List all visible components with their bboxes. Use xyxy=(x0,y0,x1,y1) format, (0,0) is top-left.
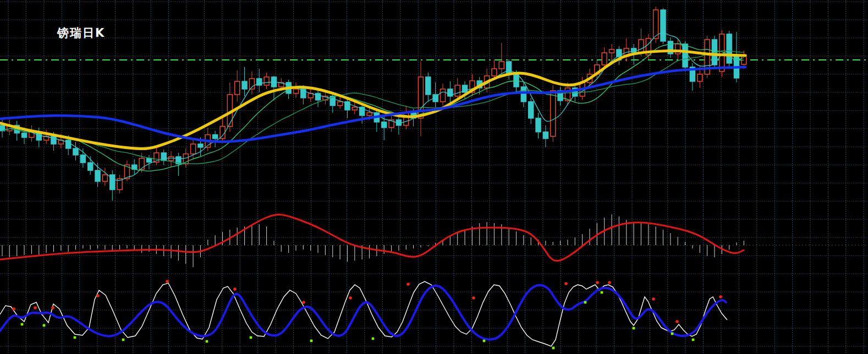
candle-up xyxy=(102,175,107,181)
buy-signal-dot xyxy=(483,340,486,342)
oscillator-indicator-layer xyxy=(0,280,727,349)
sell-signal-dot xyxy=(166,280,169,283)
candle-up xyxy=(338,102,343,106)
thick-blue-ma-line xyxy=(0,67,745,142)
sell-signal-dot xyxy=(608,281,611,284)
sell-signal-dot xyxy=(472,296,475,300)
sell-signal-dot xyxy=(34,306,37,309)
candle-up xyxy=(602,53,607,65)
buy-signal-dot xyxy=(584,301,587,304)
moving-average-layer xyxy=(0,33,745,180)
buy-signal-dot xyxy=(671,333,674,335)
sell-signal-dot xyxy=(349,296,352,300)
oscillator-slow-line xyxy=(0,285,726,340)
candle-up xyxy=(191,144,196,154)
candle-up xyxy=(609,49,614,53)
candle-up xyxy=(455,85,460,96)
buy-signal-dot xyxy=(21,323,24,326)
sell-signal-dot xyxy=(406,283,410,286)
candle-down xyxy=(66,140,71,148)
candle-up xyxy=(294,89,299,93)
chart-title: 镑瑞日K xyxy=(57,26,105,40)
grid-layer xyxy=(0,0,868,354)
buy-signal-dot xyxy=(43,324,46,327)
buy-signal-dot xyxy=(250,336,252,339)
sell-signal-dot xyxy=(596,281,599,284)
candle-down xyxy=(448,89,453,96)
buy-signal-dot xyxy=(633,327,635,330)
sell-signal-dot xyxy=(233,287,237,291)
buy-signal-dot xyxy=(206,340,208,343)
buy-signal-dot xyxy=(692,339,695,341)
sell-signal-dot xyxy=(96,294,100,297)
sell-signal-dot xyxy=(51,306,54,309)
candle-up xyxy=(639,40,644,52)
candle-up xyxy=(235,81,240,95)
candle-up xyxy=(404,113,409,125)
buy-signal-dot xyxy=(601,291,603,294)
buy-signal-dot xyxy=(310,340,313,342)
sell-signal-dot xyxy=(652,297,655,301)
candle-down xyxy=(514,74,519,87)
candle-up xyxy=(675,44,680,54)
sell-signal-dot xyxy=(12,307,15,311)
candle-down xyxy=(22,133,27,137)
candle-up xyxy=(169,157,174,161)
candle-down xyxy=(147,158,152,162)
candle-up xyxy=(139,158,144,169)
candle-down xyxy=(543,132,548,139)
candle-down xyxy=(95,170,100,181)
candle-up xyxy=(352,107,357,110)
candle-up xyxy=(499,62,504,69)
candle-up xyxy=(264,77,269,85)
candle-up xyxy=(367,113,372,115)
candle-down xyxy=(242,81,247,89)
candle-up xyxy=(551,91,556,136)
candle-down xyxy=(80,155,85,163)
candle-down xyxy=(213,135,218,139)
candle-down xyxy=(536,118,541,132)
sell-signal-dot xyxy=(675,320,679,323)
buy-signal-dot xyxy=(74,336,76,339)
candle-down xyxy=(661,10,666,41)
candle-down xyxy=(426,77,431,95)
sell-signal-dot xyxy=(564,282,568,285)
candle-down xyxy=(382,122,387,128)
candle-down xyxy=(73,148,78,155)
candle-up xyxy=(220,126,225,139)
buy-signal-dot xyxy=(372,338,375,340)
candle-up xyxy=(697,74,702,81)
kline-chart-window: 镑瑞日K xyxy=(0,0,868,354)
buy-signal-dot xyxy=(122,339,125,341)
sell-signal-dot xyxy=(302,301,305,304)
candle-down xyxy=(727,34,732,63)
candle-down xyxy=(88,163,93,170)
candles-layer xyxy=(0,7,746,201)
candle-up xyxy=(653,10,658,38)
thick-yellow-ma-line xyxy=(0,51,745,148)
candle-up xyxy=(492,69,497,76)
candle-down xyxy=(529,102,534,118)
candle-down xyxy=(198,144,203,147)
buy-signal-dot xyxy=(552,347,555,350)
candle-down xyxy=(521,87,526,102)
chart-canvas[interactable]: 镑瑞日K xyxy=(0,0,868,354)
candle-down xyxy=(507,62,512,74)
candle-down xyxy=(617,49,622,57)
candle-up xyxy=(441,89,446,102)
sell-signal-dot xyxy=(719,295,722,298)
